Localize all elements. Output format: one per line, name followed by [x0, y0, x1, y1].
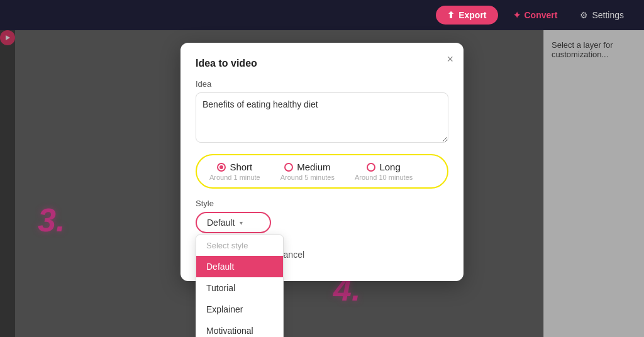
- convert-label: Convert: [525, 10, 558, 20]
- duration-long-label: Long: [379, 162, 400, 172]
- duration-selector: Short Around 1 minute Medium Around 5 mi…: [196, 154, 448, 189]
- style-dropdown: Default ▾ Select style Default Tutorial …: [196, 212, 271, 233]
- modal-close-button[interactable]: ×: [447, 53, 453, 66]
- settings-label: Settings: [592, 10, 624, 20]
- dropdown-arrow-icon: ▾: [240, 219, 243, 226]
- convert-button[interactable]: ✦ Convert: [503, 6, 568, 25]
- style-current-value: Default: [207, 218, 235, 228]
- duration-short[interactable]: Short Around 1 minute: [209, 162, 260, 181]
- style-section: Style Default ▾ Select style Default Tut…: [196, 199, 448, 233]
- settings-button[interactable]: ⚙ Settings: [572, 6, 631, 25]
- duration-medium-sub: Around 5 minutes: [280, 174, 335, 181]
- settings-icon: ⚙: [580, 10, 588, 20]
- duration-medium-label: Medium: [297, 162, 330, 172]
- idea-label: Idea: [196, 79, 448, 89]
- style-select-button[interactable]: Default ▾: [196, 212, 271, 233]
- dropdown-item-default[interactable]: Default: [196, 256, 283, 277]
- duration-short-sub: Around 1 minute: [209, 174, 260, 181]
- export-label: Export: [458, 10, 486, 20]
- dropdown-item-explainer[interactable]: Explainer: [196, 299, 283, 320]
- style-dropdown-list: Select style Default Tutorial Explainer …: [196, 235, 284, 337]
- export-icon: ⬆: [447, 10, 455, 20]
- topbar: ⬆ Export ✦ Convert ⚙ Settings: [0, 0, 644, 30]
- radio-medium: [284, 163, 293, 172]
- modal-title: Idea to video: [196, 58, 448, 69]
- radio-long: [367, 163, 375, 172]
- dropdown-item-tutorial[interactable]: Tutorial: [196, 277, 283, 299]
- dropdown-item-motivational[interactable]: Motivational: [196, 320, 283, 337]
- modal-dialog: Idea to video × Idea Benefits of eating …: [180, 43, 464, 281]
- convert-icon: ✦: [513, 10, 521, 20]
- modal-overlay: Idea to video × Idea Benefits of eating …: [0, 30, 644, 337]
- duration-medium[interactable]: Medium Around 5 minutes: [280, 162, 335, 181]
- duration-long-sub: Around 10 minutes: [355, 174, 413, 181]
- style-label: Style: [196, 199, 448, 208]
- idea-textarea[interactable]: Benefits of eating healthy diet: [196, 92, 448, 143]
- duration-short-label: Short: [230, 162, 252, 172]
- dropdown-item-select-style[interactable]: Select style: [196, 235, 283, 256]
- radio-short: [217, 163, 226, 172]
- export-button[interactable]: ⬆ Export: [436, 6, 497, 25]
- duration-long[interactable]: Long Around 10 minutes: [355, 162, 413, 181]
